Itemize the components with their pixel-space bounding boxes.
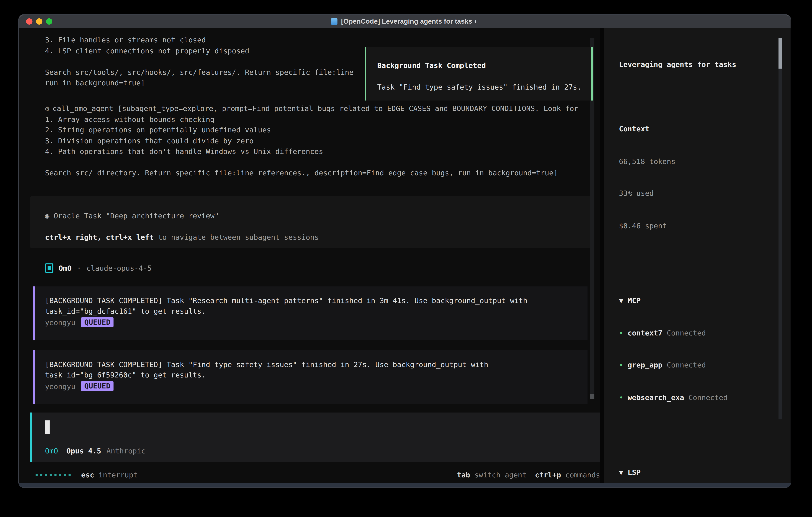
tool-call-line: ⚙call_omo_agent [subagent_type=explore, …: [45, 103, 578, 114]
context-used: 33% used: [619, 188, 785, 199]
traffic-lights: [26, 19, 52, 25]
window-titlebar[interactable]: [OpenCode] Leveraging agents for tasks ◐: [19, 15, 790, 29]
agent-header: OmO · claude-opus-4-5: [45, 261, 152, 275]
subagent-navigation-hint: ctrl+x right, ctrl+x left to navigate be…: [45, 232, 592, 243]
ctrlp-key-hint: ctrl+p: [535, 470, 561, 481]
active-model-label: Opus 4.5: [66, 445, 101, 456]
session-sidebar: Leveraging agents for tasks Context 66,5…: [604, 28, 791, 483]
mcp-item: • grep_app Connected: [619, 360, 785, 371]
window-title-group: [OpenCode] Leveraging agents for tasks ◐: [331, 15, 478, 28]
session-title: Leveraging agents for tasks: [619, 59, 785, 70]
tool-call-detail: 1. Array access without bounds checking …: [45, 114, 589, 178]
minimize-button[interactable]: [36, 19, 42, 25]
context-spent: $0.46 spent: [619, 220, 785, 231]
task-message-line1: [BACKGROUND TASK COMPLETED] Task "Resear…: [45, 295, 587, 306]
toast-body: Task "Find type safety issues" finished …: [377, 81, 589, 92]
status-dot-icon: •: [619, 328, 628, 337]
document-icon: [331, 18, 337, 25]
status-dot-icon: •: [619, 361, 628, 369]
oracle-task-card: ◉ Oracle Task "Deep architecture review"…: [30, 196, 592, 248]
task-message-line1: [BACKGROUND TASK COMPLETED] Task "Find t…: [45, 359, 587, 370]
gear-icon: ⚙: [45, 104, 49, 113]
provider-label: Anthropic: [107, 445, 146, 456]
mcp-item: • context7 Connected: [619, 327, 785, 338]
agent-model: claude-opus-4-5: [87, 263, 152, 273]
chevron-down-icon: ▼: [619, 296, 628, 305]
agent-separator: ·: [77, 263, 81, 273]
chat-scrollbar-thumb[interactable]: [590, 393, 594, 399]
text-cursor: [45, 420, 50, 434]
close-button[interactable]: [26, 19, 32, 25]
mcp-item: • websearch_exa Connected: [619, 392, 785, 403]
active-agent-label: OmO: [45, 445, 58, 456]
window-bottom-edge: [19, 483, 790, 487]
status-dot-icon: •: [619, 393, 628, 401]
background-task-message: [BACKGROUND TASK COMPLETED] Task "Find t…: [33, 350, 588, 404]
task-message-line2: task_id="bg_6f59260c" to get results.: [45, 370, 587, 380]
status-bar: esc interrupt tab switch agent ctrl+p co…: [35, 470, 600, 481]
tab-key-hint: tab: [457, 470, 470, 481]
activity-dots: [35, 474, 70, 476]
zoom-button[interactable]: [46, 19, 52, 25]
opencode-window: [OpenCode] Leveraging agents for tasks ◐…: [19, 15, 790, 487]
tool-call-text: call_omo_agent [subagent_type=explore, p…: [53, 104, 578, 113]
sidebar-scrollbar[interactable]: [778, 38, 782, 419]
shortcut-ctrlx-right: ctrl+x right,: [45, 233, 106, 241]
context-tokens: 66,518 tokens: [619, 156, 785, 166]
ctrlp-key-label: commands: [561, 470, 600, 481]
chat-pane: 3. File handles or streams not closed 4.…: [19, 28, 600, 483]
model-selector-line[interactable]: OmO Opus 4.5 Anthropic: [45, 445, 145, 456]
background-task-toast[interactable]: Background Task Completed Task "Find typ…: [365, 47, 593, 101]
context-heading: Context: [619, 124, 785, 134]
screen: [OpenCode] Leveraging agents for tasks ◐…: [0, 0, 812, 517]
esc-key-label: interrupt: [94, 470, 138, 481]
prompt-input[interactable]: OmO Opus 4.5 Anthropic: [30, 412, 600, 462]
toast-title: Background Task Completed: [377, 60, 589, 71]
sidebar-scrollbar-thumb[interactable]: [778, 38, 782, 69]
agent-name: OmO: [59, 263, 71, 273]
window-title: [OpenCode] Leveraging agents for tasks ◐: [341, 15, 478, 28]
tab-key-label: switch agent: [470, 470, 527, 481]
background-task-message: [BACKGROUND TASK COMPLETED] Task "Resear…: [33, 286, 588, 340]
task-author: yeongyu: [45, 317, 75, 328]
lsp-section-header[interactable]: ▼ LSP: [619, 467, 785, 478]
window-content: 3. File handles or streams not closed 4.…: [19, 28, 790, 483]
status-badge: QUEUED: [81, 381, 114, 391]
hint-text: to navigate between subagent sessions: [154, 233, 319, 241]
esc-key-hint: esc: [81, 470, 94, 481]
mcp-section-header[interactable]: ▼ MCP: [619, 295, 785, 306]
task-message-line2: task_id="bg_dcfac161" to get results.: [45, 306, 587, 317]
shortcut-ctrlx-left: ctrl+x left: [106, 233, 154, 241]
omo-agent-icon: [45, 263, 53, 273]
task-author: yeongyu: [45, 381, 75, 392]
oracle-task-title: ◉ Oracle Task "Deep architecture review": [45, 210, 592, 221]
status-badge: QUEUED: [81, 318, 114, 327]
chevron-down-icon: ▼: [619, 468, 628, 477]
